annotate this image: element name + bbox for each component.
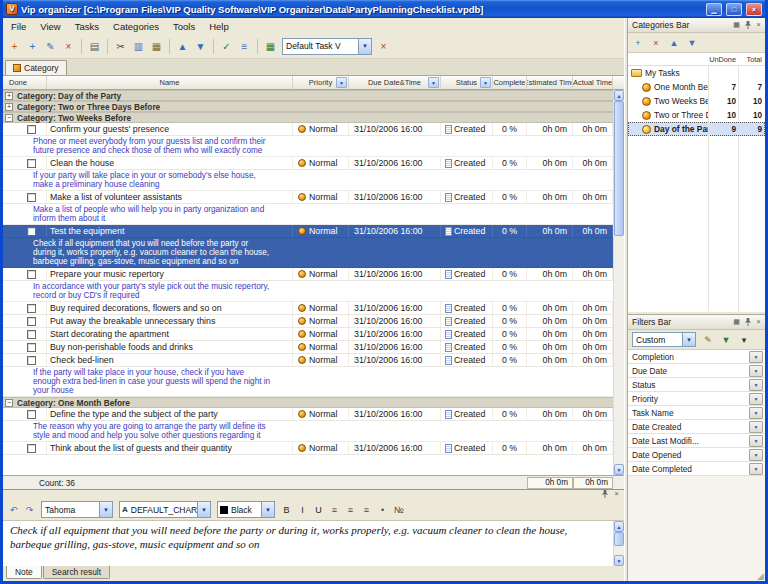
task-row[interactable]: Test the equipmentNormal31/10/2006 16:00… [3, 225, 613, 238]
note-row[interactable]: Make a list of people who will help you … [3, 204, 613, 225]
panel-menu-icon[interactable]: ▦ [732, 21, 741, 30]
task-row[interactable]: Define the type and the subject of the p… [3, 408, 613, 421]
scroll-up-icon[interactable]: ▲ [614, 90, 624, 101]
task-checkbox[interactable] [27, 410, 36, 419]
category-row[interactable]: −Category: Two Weeks Before [3, 112, 613, 123]
tab-search-result[interactable]: Search result [43, 566, 110, 579]
date-created-dropdown-button[interactable]: ▼ [749, 421, 763, 433]
menu-tools[interactable]: Tools [166, 20, 202, 33]
category-row[interactable]: +Category: Day of the Party [3, 90, 613, 101]
column-header-complete[interactable]: Complete [493, 76, 527, 89]
menu-view[interactable]: View [33, 20, 67, 33]
note-row[interactable]: The reason why you are going to arrange … [3, 421, 613, 442]
new-category-icon[interactable]: + [630, 35, 646, 51]
task-name-dropdown-button[interactable]: ▼ [749, 407, 763, 419]
category-expander-icon[interactable]: + [5, 103, 13, 111]
align-center-icon[interactable]: ≡ [343, 502, 358, 517]
pin-icon[interactable] [743, 21, 752, 30]
scroll-up-icon[interactable]: ▲ [614, 521, 624, 532]
clear-task-type-icon[interactable]: × [375, 38, 392, 55]
delete-category-icon[interactable]: × [648, 35, 664, 51]
status-filter-button[interactable]: ▼ [480, 77, 491, 88]
chevron-down-icon[interactable]: ▼ [197, 502, 210, 517]
category-expander-icon[interactable]: + [5, 92, 13, 100]
pin-icon[interactable] [600, 490, 609, 499]
status-dropdown-button[interactable]: ▼ [749, 379, 763, 391]
mark-complete-icon[interactable]: ✓ [218, 38, 235, 55]
tab-category[interactable]: Category [5, 60, 67, 75]
note-editor[interactable]: Check if all equipment that you will nee… [3, 521, 613, 566]
underline-button[interactable]: U [311, 502, 326, 517]
chevron-down-icon[interactable]: ▼ [99, 502, 112, 517]
column-header-priority[interactable]: Priority▼ [293, 76, 349, 89]
column-header-estimated-time[interactable]: Estimated Time [527, 76, 573, 89]
move-down-icon[interactable]: ▼ [192, 38, 209, 55]
menu-tasks[interactable]: Tasks [68, 20, 106, 33]
total-column-header[interactable]: Total [739, 55, 765, 64]
panel-menu-icon[interactable]: ▦ [732, 318, 741, 327]
delete-task-icon[interactable]: × [60, 38, 77, 55]
align-left-icon[interactable]: ≡ [327, 502, 342, 517]
task-row[interactable]: Clean the houseNormal31/10/2006 16:00Cre… [3, 157, 613, 170]
redo-icon[interactable]: ↷ [22, 502, 37, 517]
tree-item-two-weeks-bef[interactable]: Two Weeks Bef...1010 [628, 94, 765, 108]
column-header-actual-time[interactable]: Actual Time [573, 76, 613, 89]
date-opened-dropdown-button[interactable]: ▼ [749, 449, 763, 461]
new-category-icon[interactable]: + [24, 38, 41, 55]
scroll-thumb[interactable] [614, 532, 624, 546]
char-style-combobox[interactable]: A DEFAULT_CHAR ▼ [119, 501, 211, 518]
note-row[interactable]: Phone or meet everybody from your guests… [3, 136, 613, 157]
tree-item-two-or-three-d[interactable]: Two or Three D...1010 [628, 108, 765, 122]
menu-categories[interactable]: Categories [106, 20, 166, 33]
font-color-combobox[interactable]: Black ▼ [217, 501, 275, 518]
cut-icon[interactable]: ✂ [112, 38, 129, 55]
font-family-combobox[interactable]: Tahoma ▼ [41, 501, 113, 518]
new-task-icon[interactable]: + [6, 38, 23, 55]
scroll-thumb[interactable] [614, 101, 624, 236]
close-icon[interactable]: × [754, 318, 763, 327]
align-right-icon[interactable]: ≡ [359, 502, 374, 517]
move-up-icon[interactable]: ▲ [174, 38, 191, 55]
tree-item-one-month-befo[interactable]: One Month Befo...77 [628, 80, 765, 94]
task-checkbox[interactable] [27, 304, 36, 313]
note-row[interactable]: If your party will take place in your or… [3, 170, 613, 191]
task-checkbox[interactable] [27, 330, 36, 339]
column-header-done[interactable]: Done [3, 76, 47, 89]
paste-icon[interactable]: ▦ [148, 38, 165, 55]
bold-button[interactable]: B [279, 502, 294, 517]
task-checkbox[interactable] [27, 159, 36, 168]
tree-item-day-of-the-party[interactable]: Day of the Party99 [628, 122, 765, 136]
chevron-down-icon[interactable]: ▼ [358, 39, 371, 54]
priority-dropdown-button[interactable]: ▼ [749, 393, 763, 405]
resize-grip[interactable]: ◢ [757, 572, 764, 581]
close-icon[interactable]: × [754, 21, 763, 30]
undone-column-header[interactable]: UnDone [709, 55, 739, 64]
organizer-tree-icon[interactable]: ▦ [262, 38, 279, 55]
menu-help[interactable]: Help [202, 20, 236, 33]
tab-note[interactable]: Note [6, 566, 42, 579]
task-type-combobox[interactable]: Default Task V ▼ [282, 38, 372, 55]
task-row[interactable]: Put away the breakable unnecessary thins… [3, 315, 613, 328]
task-row[interactable]: Check bed-linenNormal31/10/2006 16:00Cre… [3, 354, 613, 367]
numbered-list-icon[interactable]: № [391, 502, 406, 517]
close-button[interactable]: × [746, 3, 762, 16]
note-row[interactable]: If the party will take place in your hou… [3, 367, 613, 397]
task-row[interactable]: Think about the list of guests and their… [3, 442, 613, 455]
edit-task-icon[interactable]: ✎ [42, 38, 59, 55]
task-row[interactable]: Start decorating the apartmentNormal31/1… [3, 328, 613, 341]
tree-item-my-tasks[interactable]: My Tasks [628, 66, 765, 80]
note-row[interactable]: Check if all equipment that you will nee… [3, 238, 613, 268]
task-checkbox[interactable] [27, 270, 36, 279]
task-row[interactable]: Buy required decorations, flowers and so… [3, 302, 613, 315]
task-row[interactable]: Prepare your music repertoryNormal31/10/… [3, 268, 613, 281]
task-checkbox[interactable] [27, 444, 36, 453]
priority-filter-button[interactable]: ▼ [336, 77, 347, 88]
filter-preset-combobox[interactable]: Custom ▼ [632, 332, 696, 347]
scroll-down-icon[interactable]: ▼ [614, 555, 624, 566]
task-row[interactable]: Buy non-perishable foods and drinksNorma… [3, 341, 613, 354]
move-category-up-icon[interactable]: ▲ [666, 35, 682, 51]
scroll-down-icon[interactable]: ▼ [614, 464, 624, 475]
task-checkbox[interactable] [27, 125, 36, 134]
column-header-status[interactable]: Status▼ [441, 76, 493, 89]
date-completed-dropdown-button[interactable]: ▼ [749, 463, 763, 475]
